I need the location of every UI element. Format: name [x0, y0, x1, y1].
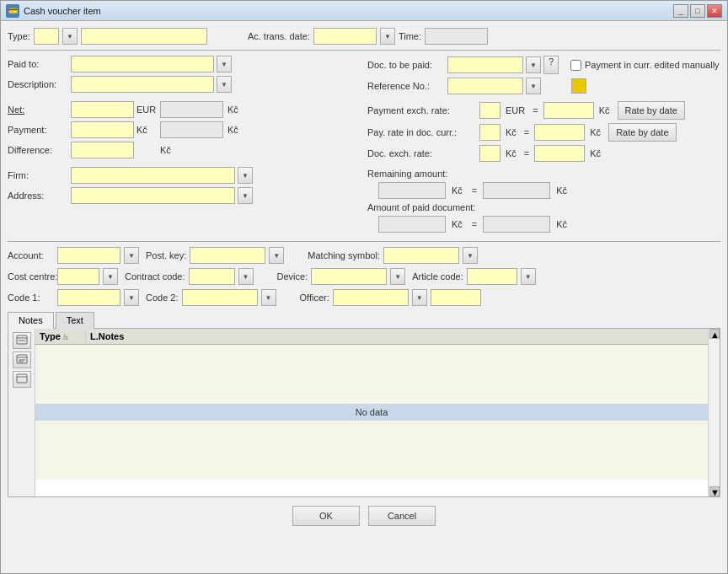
doc-exch-value-input: 1,0000	[534, 145, 585, 162]
doc-dropdown[interactable]: ▼	[526, 56, 541, 73]
code1-dropdown[interactable]: ▼	[124, 289, 139, 306]
officer-dropdown[interactable]: ▼	[412, 289, 427, 306]
paid-to-dropdown[interactable]: ▼	[217, 56, 232, 72]
question-btn[interactable]: ?	[543, 56, 559, 74]
toolbar-icon-3[interactable]	[13, 371, 31, 388]
doc-to-be-paid-label: Doc. to be paid:	[367, 60, 445, 70]
address-row: Address: ▼	[8, 187, 361, 204]
invoice-in-input[interactable]: Invoice in	[81, 28, 207, 45]
toolbar-icon-2[interactable]	[13, 351, 31, 368]
ok-button[interactable]: OK	[292, 506, 360, 526]
payment-exch-rate-label: Payment exch. rate:	[367, 105, 477, 115]
payment-value1-input[interactable]: 32 430,00	[71, 121, 134, 138]
contract-code-dropdown[interactable]: ▼	[238, 268, 254, 285]
cancel-button[interactable]: Cancel	[368, 506, 436, 526]
reference-no-input[interactable]: 2003002145	[447, 78, 523, 94]
time-input: 10:32:30	[425, 28, 488, 45]
amount-paid-kc1-label: Kč	[452, 219, 463, 229]
address-input[interactable]	[71, 187, 235, 204]
difference-value-input: 0,00	[71, 142, 134, 158]
rate-by-date-btn1[interactable]: Rate by date	[618, 101, 685, 120]
code2-input[interactable]	[182, 289, 258, 306]
window-icon: 💳	[6, 4, 19, 18]
rate-by-date-btn2[interactable]: Rate by date	[608, 123, 676, 142]
description-dropdown[interactable]: ▼	[217, 76, 232, 93]
payment-exch-1-input[interactable]: 1	[479, 102, 500, 119]
firm-input[interactable]: AB GROUP	[71, 167, 235, 184]
doc-to-be-paid-input[interactable]: 11/2003/1	[447, 56, 523, 73]
matching-symbol-input[interactable]	[383, 247, 459, 264]
doc-exch-kc2-label: Kč	[590, 148, 601, 158]
type-label: Type:	[8, 31, 30, 41]
post-key-label: Post. key:	[146, 250, 186, 260]
remaining-amount-label: Remaining amount:	[367, 169, 447, 179]
address-dropdown[interactable]: ▼	[238, 187, 253, 204]
net-label: Net:	[8, 105, 68, 115]
matching-symbol-dropdown[interactable]: ▼	[463, 247, 478, 264]
officer-input[interactable]	[333, 289, 409, 306]
toolbar-icon-1[interactable]	[13, 332, 31, 349]
maximize-button[interactable]: □	[690, 4, 705, 18]
doc-exch-rate-label: Doc. exch. rate:	[367, 148, 477, 158]
pay-rate-kc1-label: Kč	[506, 127, 517, 137]
code2-dropdown[interactable]: ▼	[261, 289, 276, 306]
payment-curr-checkbox[interactable]	[570, 60, 581, 71]
officer-input2[interactable]	[431, 289, 481, 306]
time-label: Time:	[399, 31, 421, 41]
reference-dropdown[interactable]: ▼	[526, 78, 541, 94]
reference-no-row: Reference No.: 2003002145 ▼	[367, 78, 720, 94]
post-key-dropdown[interactable]: ▼	[269, 247, 284, 264]
contract-code-input[interactable]: S0001	[189, 268, 235, 285]
date-dropdown[interactable]: ▼	[380, 28, 395, 45]
firm-row: Firm: AB GROUP ▼	[8, 167, 361, 184]
no-data-indicator: No data	[35, 404, 708, 421]
device-label: Device:	[277, 271, 308, 282]
pay-rate-doc-curr-label: Pay. rate in doc. curr.:	[367, 127, 477, 137]
remaining-kc1-label: Kč	[452, 185, 463, 196]
doc-exch-kc1-label: Kč	[506, 148, 517, 158]
remaining-eq-label: =	[472, 185, 477, 196]
cost-centre-dropdown[interactable]: ▼	[103, 268, 118, 285]
firm-dropdown[interactable]: ▼	[238, 167, 253, 184]
tab-bar: Notes Text	[8, 311, 720, 329]
account-dropdown[interactable]: ▼	[124, 247, 139, 264]
payment-exch-value-input[interactable]: 27,0250	[543, 102, 594, 119]
net-currency1-label: EUR	[136, 105, 158, 115]
doc-exch-1-input[interactable]: 1	[479, 145, 500, 162]
payment-exch-eq-label: =	[533, 105, 538, 115]
device-dropdown[interactable]: ▼	[390, 268, 405, 285]
table-header: Type /₂ L.Notes	[35, 329, 708, 345]
pay-rate-value-input[interactable]: 1,0000	[534, 124, 585, 141]
pay-rate-1-input[interactable]: 1	[479, 124, 500, 141]
scroll-up-btn[interactable]: ▲	[709, 329, 720, 339]
minimize-button[interactable]: _	[673, 4, 688, 18]
type-dropdown[interactable]: ▼	[62, 28, 78, 45]
code1-input[interactable]	[57, 289, 120, 306]
paid-to-input[interactable]	[71, 56, 214, 72]
amount-paid-doc-label: Amount of paid document:	[367, 202, 475, 212]
article-code-input[interactable]	[467, 268, 517, 285]
account-input[interactable]: 321000	[57, 247, 120, 264]
description-input[interactable]	[71, 76, 214, 93]
description-label: Description:	[8, 79, 68, 89]
pay-rate-kc2-label: Kč	[590, 127, 601, 137]
tab-notes[interactable]: Notes	[8, 312, 54, 329]
close-button[interactable]: ✕	[707, 4, 722, 18]
titlebar-left: 💳 Cash voucher item	[6, 4, 101, 18]
scroll-down-btn[interactable]: ▼	[709, 486, 720, 496]
tab-text[interactable]: Text	[56, 312, 94, 329]
description-row: Description: ▼	[8, 76, 361, 93]
cost-centre-input[interactable]: VYR	[57, 268, 99, 285]
scrollbar[interactable]: ▲ ▼	[708, 329, 720, 496]
net-value1-input[interactable]: 1 200,00	[71, 101, 134, 118]
device-input[interactable]	[311, 268, 387, 285]
payment-curr-label: Payment in curr. edited manually	[585, 60, 720, 70]
post-key-input[interactable]	[190, 247, 265, 264]
article-code-dropdown[interactable]: ▼	[521, 268, 536, 285]
remaining-amount-value2: -32 430,00	[483, 182, 550, 199]
svg-rect-0	[17, 335, 27, 344]
ac-trans-date-input[interactable]: 22.09.2016	[313, 28, 377, 45]
payment-exch-kc-label: Kč	[599, 105, 610, 115]
tab-toolbar	[8, 329, 35, 496]
type-input[interactable]: II	[34, 28, 59, 45]
